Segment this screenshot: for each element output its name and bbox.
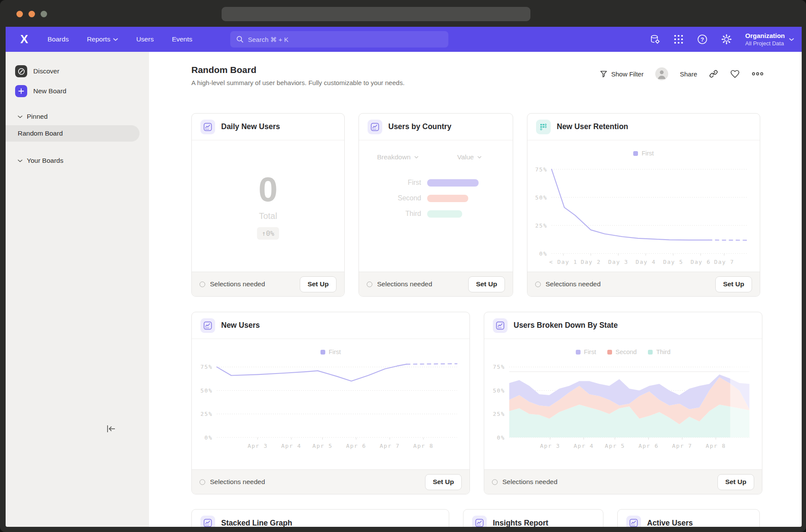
new-users-line-chart: 0%25%50%75%Apr 3Apr 4Apr 5Apr 6Apr 7Apr … bbox=[197, 357, 465, 450]
svg-text:50%: 50% bbox=[493, 387, 505, 394]
card-new-user-retention: New User Retention First 0%25%50%75%< Da… bbox=[527, 113, 760, 297]
card-users-by-country: Users by Country Breakdown Value bbox=[359, 113, 513, 297]
card-title: Users by Country bbox=[388, 122, 451, 131]
sidebar-item-discover[interactable]: Discover bbox=[6, 61, 149, 81]
search-input[interactable] bbox=[248, 36, 442, 43]
show-filter-button[interactable]: Show Filter bbox=[600, 70, 644, 78]
share-label: Share bbox=[680, 70, 697, 78]
address-bar[interactable] bbox=[222, 7, 530, 21]
card-title: Users Broken Down By State bbox=[514, 321, 618, 330]
svg-text:< Day 1: < Day 1 bbox=[549, 259, 578, 265]
bar-row: Third bbox=[359, 206, 513, 222]
svg-text:Apr 3: Apr 3 bbox=[248, 443, 268, 449]
set-up-button[interactable]: Set Up bbox=[468, 276, 505, 292]
window-minimize-button[interactable] bbox=[29, 11, 35, 17]
svg-text:50%: 50% bbox=[535, 194, 547, 201]
set-up-button[interactable]: Set Up bbox=[715, 276, 752, 292]
svg-text:0%: 0% bbox=[539, 250, 547, 257]
collapse-sidebar-button[interactable] bbox=[104, 422, 118, 435]
window-close-button[interactable] bbox=[16, 11, 23, 17]
sidebar-section-your-boards[interactable]: Your Boards bbox=[6, 155, 149, 167]
apps-grid-icon[interactable] bbox=[673, 34, 684, 44]
org-name: Organization bbox=[745, 32, 785, 39]
line-chart-icon bbox=[629, 519, 638, 527]
filter-icon bbox=[600, 70, 607, 78]
plus-icon bbox=[18, 88, 24, 94]
person-icon bbox=[655, 67, 668, 80]
search-icon bbox=[236, 35, 244, 43]
chevron-down-icon bbox=[113, 38, 118, 41]
chevron-down-icon bbox=[789, 38, 794, 41]
stacked-area-chart-body: First Second Third 0%25%50%75%Apr 3Apr 4… bbox=[484, 339, 762, 469]
set-up-button[interactable]: Set Up bbox=[300, 276, 336, 292]
status-circle-icon bbox=[535, 282, 541, 287]
svg-text:Apr 7: Apr 7 bbox=[672, 443, 692, 449]
card-title: New Users bbox=[221, 321, 260, 330]
chevron-down-icon bbox=[414, 156, 419, 158]
legend-item: Third bbox=[648, 348, 670, 355]
status-circle-icon bbox=[492, 479, 498, 485]
set-up-button[interactable]: Set Up bbox=[717, 474, 754, 490]
avatar[interactable] bbox=[655, 67, 668, 80]
card-title: Daily New Users bbox=[221, 122, 280, 131]
nav-link-users[interactable]: Users bbox=[136, 35, 153, 43]
status-text: Selections needed bbox=[546, 280, 601, 288]
card-active-users: Active Users bbox=[617, 509, 760, 527]
section-label: Pinned bbox=[27, 113, 48, 120]
legend-item: Second bbox=[607, 348, 637, 355]
sidebar-item-random-board[interactable]: Random Board bbox=[6, 125, 140, 142]
favorite-heart-icon[interactable] bbox=[730, 70, 740, 79]
window-zoom-button[interactable] bbox=[41, 11, 47, 17]
sidebar-item-label: Random Board bbox=[18, 130, 63, 137]
metric-body: 0 Total ↑0% bbox=[192, 140, 344, 272]
status-circle-icon bbox=[200, 282, 205, 287]
card-title: Stacked Line Graph bbox=[221, 519, 292, 527]
status-text: Selections needed bbox=[377, 280, 432, 288]
screen: X Boards Reports Users Events ? Organiza… bbox=[0, 0, 806, 532]
svg-text:25%: 25% bbox=[535, 222, 547, 229]
bar-chart-body: Breakdown Value FirstSecondThird bbox=[359, 140, 513, 272]
svg-text:Apr 5: Apr 5 bbox=[605, 443, 625, 449]
mixpanel-logo-icon[interactable]: X bbox=[20, 33, 28, 46]
help-icon[interactable]: ? bbox=[697, 34, 708, 45]
sidebar-section-pinned[interactable]: Pinned bbox=[6, 111, 149, 123]
copy-link-icon[interactable] bbox=[709, 69, 718, 79]
value-dropdown[interactable]: Value bbox=[457, 153, 482, 161]
status-text: Selections needed bbox=[502, 478, 558, 486]
svg-text:Apr 8: Apr 8 bbox=[413, 443, 433, 449]
dropdown-label: Breakdown bbox=[377, 153, 411, 161]
bar-category-label: Second bbox=[359, 194, 427, 202]
retention-line-chart: 0%25%50%75%< Day 1Day 2Day 3Day 4Day 5Da… bbox=[532, 158, 755, 266]
settings-gear-icon[interactable] bbox=[721, 34, 732, 45]
page-title: Random Board bbox=[191, 65, 405, 75]
card-users-by-state: Users Broken Down By State First Second … bbox=[484, 312, 762, 494]
compass-icon bbox=[18, 68, 25, 75]
breakdown-dropdown[interactable]: Breakdown bbox=[377, 153, 419, 161]
svg-text:Apr 5: Apr 5 bbox=[312, 443, 333, 449]
svg-text:0%: 0% bbox=[204, 434, 213, 441]
bar bbox=[427, 210, 462, 218]
status-text: Selections needed bbox=[210, 280, 265, 288]
nav-link-reports[interactable]: Reports bbox=[87, 35, 118, 43]
sidebar-item-label: Discover bbox=[33, 67, 59, 75]
metric-delta-badge: ↑0% bbox=[257, 227, 279, 240]
window-titlebar bbox=[0, 0, 806, 27]
share-button[interactable]: Share bbox=[680, 70, 697, 78]
status-circle-icon bbox=[200, 479, 205, 485]
bar bbox=[427, 179, 479, 187]
set-up-button[interactable]: Set Up bbox=[425, 474, 462, 490]
global-search[interactable] bbox=[230, 31, 448, 48]
horizontal-bar-list: FirstSecondThird bbox=[359, 175, 513, 222]
data-management-icon[interactable] bbox=[649, 34, 660, 45]
nav-link-events[interactable]: Events bbox=[172, 35, 192, 43]
more-options-icon[interactable] bbox=[752, 72, 764, 76]
svg-text:Day 2: Day 2 bbox=[581, 259, 601, 265]
legend-item: First bbox=[320, 348, 341, 355]
sidebar-item-new-board[interactable]: New Board bbox=[6, 81, 149, 101]
sidebar: Discover New Board Pinned Random Board Y… bbox=[6, 52, 149, 527]
org-project: All Project Data bbox=[745, 40, 785, 47]
chevron-down-icon bbox=[18, 115, 22, 118]
org-switcher[interactable]: Organization All Project Data bbox=[745, 32, 794, 47]
card-title: New User Retention bbox=[557, 122, 628, 131]
nav-link-boards[interactable]: Boards bbox=[48, 35, 69, 43]
